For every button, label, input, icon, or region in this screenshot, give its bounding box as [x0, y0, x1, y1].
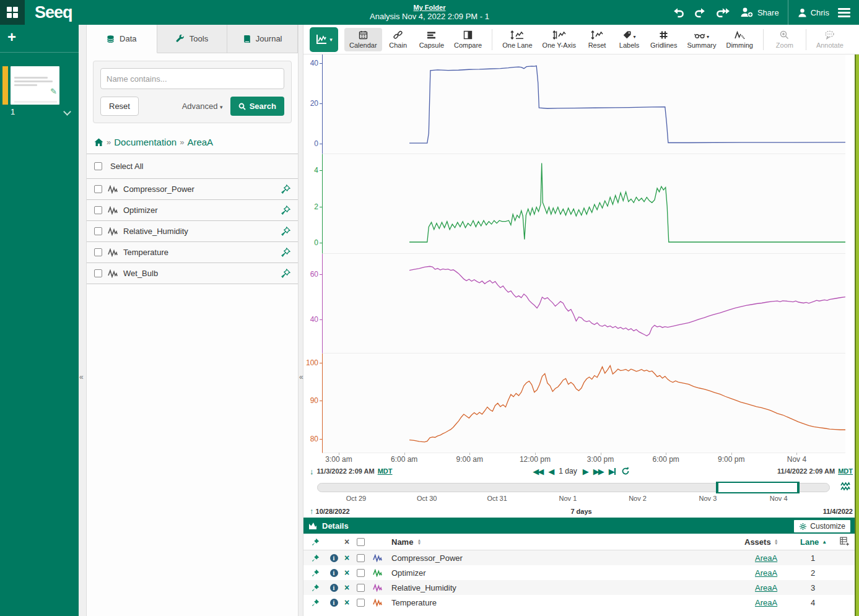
toolbar-chain-button[interactable]: Chain	[382, 28, 414, 51]
info-icon[interactable]: i	[330, 554, 338, 562]
remove-icon[interactable]: ×	[344, 598, 349, 607]
redo-button[interactable]	[694, 7, 707, 18]
refresh-icon[interactable]	[621, 467, 630, 475]
select-all-signals-checkbox[interactable]	[357, 538, 365, 546]
pin-icon[interactable]	[281, 227, 290, 236]
step-forward-fast-button[interactable]: ▶▶	[593, 467, 603, 476]
tab-tools[interactable]: Tools	[157, 25, 228, 53]
undo-button[interactable]	[672, 7, 685, 18]
overview-track[interactable]	[317, 483, 830, 492]
customize-button[interactable]: Customize	[793, 519, 852, 534]
list-item[interactable]: Compressor_Power	[87, 179, 298, 200]
remove-icon[interactable]: ×	[344, 583, 349, 592]
remove-icon[interactable]: ×	[344, 553, 349, 562]
column-assets[interactable]: Assets▲▼	[744, 537, 793, 547]
row-checkbox[interactable]	[357, 554, 365, 562]
breadcrumb-areaa[interactable]: AreaA	[187, 137, 213, 147]
info-icon[interactable]: i	[330, 569, 338, 577]
share-button[interactable]: Share	[739, 7, 779, 18]
select-all-checkbox[interactable]	[94, 162, 102, 170]
pin-icon[interactable]	[281, 269, 290, 278]
range-duration-label[interactable]: 1 day	[559, 467, 577, 475]
toolbar-calendar-button[interactable]: Calendar	[344, 28, 382, 51]
pin-icon[interactable]	[312, 584, 320, 592]
list-item[interactable]: Wet_Bulb	[87, 263, 298, 284]
toolbar-dimming-button[interactable]: Dimming	[721, 28, 757, 51]
pin-icon[interactable]	[312, 569, 320, 577]
redo-all-button[interactable]	[715, 7, 731, 18]
sidebar-resize-gutter[interactable]: «	[79, 25, 87, 616]
step-back-fast-button[interactable]: ◀◀	[533, 467, 543, 476]
list-item[interactable]: Temperature	[87, 242, 298, 263]
toolbar-zoom-button[interactable]: Zoom	[769, 28, 801, 51]
add-worksheet-button[interactable]: +	[0, 25, 79, 53]
table-row[interactable]: i × Temperature AreaA 4	[303, 595, 859, 610]
column-name[interactable]: Name▲▼	[386, 537, 744, 547]
asset-link[interactable]: AreaA	[755, 553, 777, 563]
y-axis-labels[interactable]: 4060	[303, 254, 322, 354]
tab-data[interactable]: Data	[87, 25, 157, 53]
pin-icon[interactable]	[281, 206, 290, 215]
tab-journal[interactable]: Journal	[227, 25, 298, 53]
remove-icon[interactable]: ×	[344, 568, 349, 577]
my-folder-link[interactable]: My Folder	[414, 4, 446, 11]
investigate-duration-label[interactable]: 7 days	[303, 508, 859, 515]
item-checkbox[interactable]	[94, 185, 102, 193]
item-checkbox[interactable]	[94, 227, 102, 235]
pin-icon[interactable]	[312, 554, 320, 562]
breadcrumb-documentation[interactable]: Documentation	[114, 137, 177, 147]
y-axis-labels[interactable]: 02040	[303, 54, 322, 154]
table-row[interactable]: i × Relative_Humidity AreaA 3	[303, 580, 859, 595]
pin-icon[interactable]	[312, 538, 320, 546]
y-axis-labels[interactable]: 024	[303, 154, 322, 254]
chevron-down-icon[interactable]	[63, 108, 71, 116]
row-checkbox[interactable]	[357, 599, 365, 607]
collapse-panel-icon[interactable]: «	[299, 373, 303, 381]
view-mode-dropdown[interactable]: ▾	[310, 27, 338, 52]
step-forward-button[interactable]: ▶	[583, 467, 588, 476]
toolbar-gridlines-button[interactable]: Gridlines	[645, 28, 682, 51]
item-checkbox[interactable]	[94, 269, 102, 277]
overview-chart-icon[interactable]	[840, 482, 850, 492]
trend-plot[interactable]	[322, 354, 845, 453]
row-checkbox[interactable]	[357, 569, 365, 577]
pin-icon[interactable]	[312, 599, 320, 607]
search-button[interactable]: Search	[230, 97, 284, 116]
asset-link[interactable]: AreaA	[755, 598, 777, 607]
app-switcher-button[interactable]	[0, 0, 25, 25]
search-input[interactable]	[100, 68, 284, 89]
y-axis-labels[interactable]: 8090100	[303, 354, 322, 453]
reset-button[interactable]: Reset	[100, 97, 139, 116]
toolbar-one-lane-button[interactable]: One Lane	[497, 28, 537, 51]
advanced-toggle[interactable]: Advanced ▾	[182, 102, 223, 111]
time-axis[interactable]: 3:00 am6:00 am9:00 am12:00 pm3:00 pm6:00…	[322, 453, 845, 464]
collapse-left-icon[interactable]: «	[79, 373, 84, 381]
toolbar-labels-button[interactable]: ▾ Labels	[613, 28, 645, 51]
add-column-icon[interactable]	[840, 537, 850, 547]
toolbar-compare-button[interactable]: Compare	[449, 28, 487, 51]
hamburger-menu-button[interactable]	[838, 8, 850, 17]
asset-link[interactable]: AreaA	[755, 583, 777, 592]
user-menu-button[interactable]: Chris	[797, 7, 829, 18]
trend-plot[interactable]	[322, 54, 845, 154]
remove-all-icon[interactable]: ×	[344, 537, 349, 546]
info-icon[interactable]: i	[330, 599, 338, 607]
table-row[interactable]: i × Compressor_Power AreaA 1	[303, 550, 859, 565]
toolbar-capsule-button[interactable]: Capsule	[414, 28, 449, 51]
pin-icon[interactable]	[281, 184, 290, 194]
toolbar-one-y-axis-button[interactable]: One Y-Axis	[538, 28, 581, 51]
toolbar-reset-button[interactable]: Reset	[581, 28, 613, 51]
row-checkbox[interactable]	[357, 584, 365, 592]
overview-selection-window[interactable]	[716, 482, 800, 493]
column-lane[interactable]: Lane▲	[793, 537, 840, 547]
item-checkbox[interactable]	[94, 248, 102, 256]
toolbar-summary-button[interactable]: ▾ Summary	[682, 28, 721, 51]
trend-plot[interactable]	[322, 154, 845, 254]
info-icon[interactable]: i	[330, 584, 338, 592]
pin-icon[interactable]	[281, 248, 290, 257]
worksheet-thumbnail[interactable]: ✎	[11, 66, 59, 105]
home-icon[interactable]	[94, 138, 103, 147]
toolbar-annotate-button[interactable]: Annotate	[811, 28, 848, 51]
trend-plot[interactable]	[322, 254, 845, 354]
table-row[interactable]: i × Optimizer AreaA 2	[303, 565, 859, 580]
